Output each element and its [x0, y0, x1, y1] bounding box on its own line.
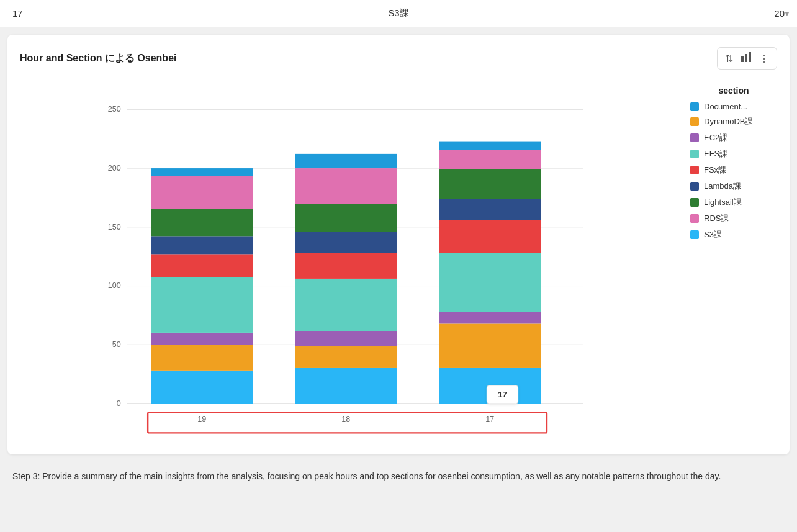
svg-rect-27: [295, 331, 397, 346]
svg-text:250: 250: [108, 105, 121, 114]
svg-text:18: 18: [341, 415, 350, 423]
dropdown-arrow-icon[interactable]: ▼: [783, 9, 791, 18]
svg-rect-21: [151, 209, 253, 237]
svg-rect-17: [151, 333, 253, 345]
svg-rect-32: [295, 168, 397, 204]
top-row-col2: S3課: [87, 7, 710, 19]
chart-header: Hour and Section による Osenbei ⇅ ⋮: [20, 47, 777, 70]
legend-label: DynamoDB課: [704, 116, 753, 127]
svg-rect-1: [745, 54, 747, 62]
legend-item: RDS課: [690, 213, 777, 224]
svg-text:150: 150: [108, 223, 121, 232]
svg-rect-38: [439, 253, 541, 312]
top-row-col3: 20: [710, 8, 785, 19]
svg-rect-39: [439, 220, 541, 253]
svg-rect-40: [439, 199, 541, 220]
page-container: 17 S3課 20 ▼ Hour and Section による Osenbei…: [0, 0, 797, 483]
chart-legend: section Document... DynamoDB課 EC2課 EFS課 …: [690, 79, 777, 442]
legend-item: EFS課: [690, 148, 777, 160]
legend-title: section: [690, 86, 777, 96]
svg-text:100: 100: [108, 281, 121, 290]
legend-color-dot: [690, 214, 699, 223]
svg-text:17: 17: [485, 415, 494, 423]
svg-text:0: 0: [117, 399, 121, 408]
svg-rect-2: [749, 52, 751, 62]
svg-rect-23: [151, 168, 253, 176]
legend-item: S3課: [690, 229, 777, 240]
svg-rect-22: [151, 176, 253, 209]
legend-item: Lightsail課: [690, 197, 777, 208]
svg-rect-19: [151, 254, 253, 277]
svg-rect-20: [151, 236, 253, 254]
legend-label: FSx課: [704, 165, 726, 176]
sort-button[interactable]: ⇅: [723, 52, 736, 66]
legend-color-dot: [690, 230, 699, 239]
svg-rect-33: [295, 154, 397, 168]
svg-rect-41: [439, 169, 541, 199]
legend-label: RDS課: [704, 213, 729, 224]
legend-label: EC2課: [704, 132, 727, 143]
legend-label: Document...: [704, 102, 747, 111]
svg-rect-29: [295, 253, 397, 279]
legend-color-dot: [690, 166, 699, 174]
legend-label: Lambda課: [704, 181, 741, 192]
legend-color-dot: [690, 117, 699, 126]
more-options-button[interactable]: ⋮: [757, 52, 772, 66]
top-row-col1: 17: [12, 8, 87, 19]
legend-label: S3課: [704, 229, 722, 240]
legend-color-dot: [690, 102, 699, 111]
chart-title: Hour and Section による Osenbei: [20, 52, 176, 65]
bottom-text: Step 3: Provide a summary of the main in…: [0, 462, 797, 483]
svg-rect-43: [439, 142, 541, 150]
legend-color-dot: [690, 133, 699, 142]
svg-rect-25: [295, 368, 397, 404]
chart-content: 250 200 150 100 50 0: [20, 79, 777, 442]
svg-text:17: 17: [498, 390, 507, 399]
bar-chart-button[interactable]: [738, 50, 754, 66]
svg-rect-42: [439, 150, 541, 169]
svg-rect-15: [151, 371, 253, 404]
legend-label: EFS課: [704, 148, 727, 160]
svg-text:19: 19: [197, 415, 206, 423]
legend-color-dot: [690, 150, 699, 158]
svg-rect-26: [295, 346, 397, 368]
svg-text:50: 50: [112, 340, 121, 349]
legend-label: Lightsail課: [704, 197, 742, 208]
svg-rect-36: [439, 323, 541, 368]
top-row: 17 S3課 20 ▼: [0, 0, 797, 27]
svg-rect-37: [439, 312, 541, 323]
svg-rect-30: [295, 232, 397, 253]
legend-color-dot: [690, 198, 699, 207]
legend-item: Document...: [690, 102, 777, 111]
legend-item: EC2課: [690, 132, 777, 143]
legend-color-dot: [690, 182, 699, 191]
svg-rect-28: [295, 279, 397, 331]
svg-text:200: 200: [108, 164, 121, 173]
legend-item: Lambda課: [690, 181, 777, 192]
chart-card: Hour and Section による Osenbei ⇅ ⋮: [7, 35, 790, 454]
svg-rect-0: [741, 56, 744, 62]
chart-area: 250 200 150 100 50 0: [20, 79, 678, 442]
chart-toolbar: ⇅ ⋮: [717, 47, 777, 70]
legend-item: DynamoDB課: [690, 116, 777, 127]
legend-item: FSx課: [690, 165, 777, 176]
svg-rect-18: [151, 277, 253, 333]
svg-rect-31: [295, 204, 397, 232]
svg-rect-16: [151, 345, 253, 371]
